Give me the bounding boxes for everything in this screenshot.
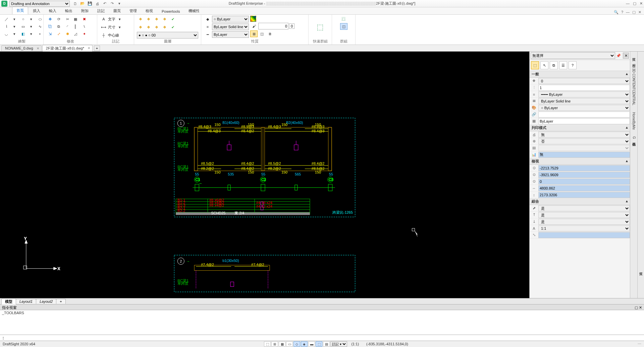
layout-tab-add[interactable]: + — [56, 299, 65, 304]
list-icon[interactable]: ⊞ — [250, 30, 258, 37]
copy-icon[interactable]: ⿻ — [46, 23, 54, 30]
circle-dd-icon[interactable]: ▾ — [28, 16, 35, 22]
prop-vx[interactable] — [538, 165, 630, 171]
layout-tab-2[interactable]: Layout2 — [36, 299, 56, 304]
linetype-icon[interactable]: ≡ — [204, 23, 211, 30]
polar-toggle[interactable]: ▭ — [286, 341, 293, 347]
pin-icon[interactable]: 📌 — [615, 54, 622, 58]
drawing-canvas[interactable]: Y X 1 → B1(40x60) B2(40x60) — [0, 52, 529, 298]
fillet-icon[interactable]: ◜ — [64, 23, 71, 30]
selection-combo[interactable]: 無選擇 — [531, 52, 615, 59]
prop-me[interactable] — [538, 232, 630, 238]
notes-icon[interactable]: 🗎 — [266, 30, 274, 37]
mirror-icon[interactable]: ⧉ — [55, 23, 62, 30]
pick-icon[interactable]: ↖ — [540, 61, 548, 69]
dim-icon[interactable]: ⟷ — [100, 24, 107, 30]
prop-fill[interactable] — [538, 118, 630, 124]
layer-match-icon[interactable]: ❖ — [137, 24, 144, 30]
ellipse-icon[interactable]: ⬭ — [36, 16, 44, 22]
tab-mechanical[interactable]: 機械性 — [184, 7, 204, 14]
circle-icon[interactable]: ○ — [19, 16, 27, 22]
prop-scale[interactable] — [538, 85, 630, 91]
section-misc[interactable]: 綜合▴ — [530, 198, 630, 205]
osnap-toggle[interactable]: ◇ — [293, 341, 300, 347]
lineweight-combo[interactable]: ByLayer — [212, 31, 249, 38]
doc-tab-0[interactable]: NONAME_0.dwg✕ — [1, 45, 42, 51]
layer-prev-icon[interactable]: ❖ — [145, 24, 152, 30]
tab-annotate[interactable]: 註記 — [93, 7, 109, 14]
annot-scale-combo[interactable]: 註記 ▾ — [330, 341, 347, 347]
tab-home[interactable]: 首頁 — [12, 7, 28, 14]
open-icon[interactable]: 📂 — [80, 1, 85, 6]
dyn-toggle[interactable]: ⬚ — [316, 341, 322, 347]
doc-tab-1[interactable]: 2F梁-施工圖-x8台.dwg*✕ — [42, 45, 93, 52]
undo-icon[interactable]: ↶ — [102, 1, 107, 6]
arc-dd-icon[interactable]: ▾ — [11, 30, 18, 37]
restore-doc-icon[interactable]: ▢ — [632, 10, 636, 14]
spline-icon[interactable]: ∿ — [36, 23, 44, 30]
quick-select-icon[interactable]: ⬚ — [531, 61, 539, 69]
quickgroup-icon[interactable]: ⬚ — [317, 23, 324, 31]
prop-mb[interactable]: 是 — [538, 212, 630, 218]
min-ribbon-icon[interactable]: — — [626, 10, 630, 14]
chamfer-icon[interactable]: ◿ — [72, 30, 79, 37]
filter-icon[interactable]: ⧉ — [550, 61, 558, 69]
add-tab-button[interactable]: + — [94, 46, 100, 51]
polyline-dd-icon[interactable]: ▾ — [11, 23, 18, 30]
close-tab-icon[interactable]: ✕ — [88, 46, 90, 50]
prop-link[interactable] — [538, 112, 630, 118]
layer-iso-icon[interactable]: ❖ — [145, 16, 152, 22]
help-panel-icon[interactable]: ? — [569, 61, 577, 69]
linetype-combo[interactable]: ByLayer Solid line — [212, 23, 249, 30]
workspace-selector[interactable]: Drafting and Annotation — [9, 1, 70, 7]
layer-combo[interactable]: ● ○ ● ○ 00 — [137, 32, 198, 39]
print-icon[interactable]: 🖨 — [95, 1, 100, 6]
command-history[interactable]: _TOOLBARS — [0, 310, 644, 335]
text-icon[interactable]: A — [100, 16, 107, 22]
new-icon[interactable]: 🗋 — [72, 1, 78, 6]
layer-ok-icon[interactable]: ✔ — [169, 24, 176, 30]
rgb-icon[interactable] — [250, 16, 256, 22]
layer-mgr-icon[interactable]: ❖ — [137, 16, 144, 22]
close-doc-icon[interactable]: ✕ — [638, 10, 641, 14]
rect-dd-icon[interactable]: ▾ — [28, 23, 35, 30]
trim-icon[interactable]: ✂ — [64, 16, 71, 22]
otrack-toggle[interactable]: ◈ — [301, 341, 308, 347]
save-icon[interactable]: 💾 — [87, 1, 93, 6]
minimize-icon[interactable]: — — [626, 1, 630, 6]
prop-pmode[interactable] — [538, 152, 630, 158]
line-icon[interactable]: ／ — [3, 16, 10, 22]
list-mode-icon[interactable]: ☰ — [559, 61, 567, 69]
side-panel-gcode[interactable]: G 代碼產生器 — [632, 136, 636, 140]
tab-import[interactable]: 輸入 — [45, 7, 60, 14]
region-icon[interactable]: ◧ — [19, 30, 27, 37]
offset-icon[interactable]: ║ — [72, 23, 79, 30]
prop-vw[interactable] — [538, 185, 630, 191]
layer-states-icon[interactable]: ❖ — [161, 24, 168, 30]
prop-linetype[interactable]: ━━━ ByLayer — [538, 91, 630, 97]
section-general[interactable]: 一般▴ — [530, 71, 630, 78]
region-dd-icon[interactable]: ▾ — [28, 30, 35, 37]
tab-view[interactable]: 檢視 — [142, 7, 157, 14]
search-icon[interactable]: 🔍 — [614, 10, 619, 14]
side-panel-homebyme[interactable]: HomeByMe — [632, 112, 636, 130]
status-icon[interactable]: ⋯ — [638, 342, 641, 346]
transparency-input[interactable] — [258, 23, 288, 29]
prop-ma[interactable]: 是 — [538, 205, 630, 211]
color-combo[interactable]: ○ ByLayer — [212, 16, 249, 22]
section-print[interactable]: 列印樣式▴ — [530, 125, 630, 131]
prop-vh[interactable] — [538, 192, 630, 198]
props-icon[interactable]: ◫ — [258, 30, 266, 37]
prop-vy[interactable] — [538, 172, 630, 178]
polyline-icon[interactable]: ⌇ — [3, 23, 10, 30]
close-tab-icon[interactable]: ✕ — [37, 47, 39, 50]
prop-vz[interactable] — [538, 179, 630, 185]
move-icon[interactable]: ✥ — [46, 16, 54, 22]
tab-insert[interactable]: 插入 — [29, 7, 44, 14]
prop-color[interactable]: ○ ByLayer — [538, 105, 630, 111]
prop-pstyle[interactable]: 無 — [538, 132, 630, 138]
layer-off-icon[interactable]: ❖ — [161, 16, 168, 22]
mod-more-icon[interactable]: ✦ — [80, 30, 88, 37]
rect-icon[interactable]: ▭ — [19, 23, 27, 30]
cmd-close-icon[interactable]: ✕ — [639, 305, 642, 309]
